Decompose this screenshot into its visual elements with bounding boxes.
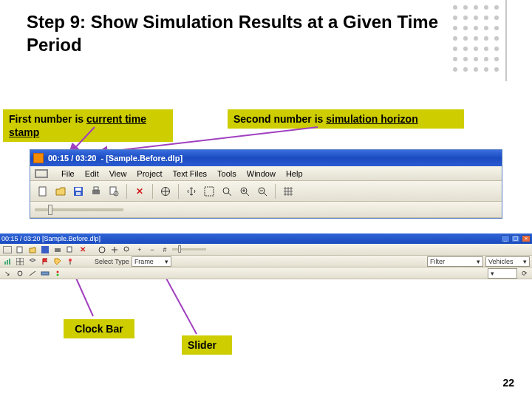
vehicles-dropdown[interactable]: Vehicles▾ — [485, 256, 530, 267]
callout-text: First number is — [9, 113, 86, 125]
svg-point-12 — [474, 26, 478, 30]
svg-point-9 — [494, 16, 499, 20]
preview-icon[interactable] — [65, 245, 75, 255]
save-icon[interactable] — [70, 183, 86, 200]
svg-point-25 — [453, 57, 457, 61]
pan-icon[interactable] — [183, 183, 200, 200]
pan-icon[interactable] — [109, 245, 120, 255]
slider-bar — [30, 202, 502, 218]
svg-point-21 — [463, 47, 468, 51]
svg-point-5 — [453, 16, 457, 20]
print-icon[interactable] — [88, 183, 104, 200]
svg-point-32 — [474, 67, 478, 72]
refresh-icon[interactable]: ⟳ — [519, 268, 530, 279]
mini-row-2: Select Type Frame▾ Filter▾ Vehicles▾ — [0, 256, 532, 267]
svg-rect-42 — [76, 192, 81, 195]
svg-rect-41 — [75, 188, 81, 191]
zoom-area-icon[interactable] — [201, 183, 217, 200]
layers-icon[interactable] — [27, 256, 38, 267]
menu-project[interactable]: Project — [137, 169, 162, 178]
filter-label: Filter — [430, 258, 445, 265]
preview-icon[interactable] — [106, 183, 122, 200]
car-icon[interactable] — [40, 268, 50, 279]
flag-icon[interactable] — [40, 256, 50, 267]
filter-dropdown[interactable]: Filter▾ — [427, 256, 483, 267]
svg-point-0 — [453, 5, 457, 10]
separator — [126, 184, 127, 199]
globe-icon[interactable] — [97, 245, 107, 255]
page-number: 22 — [502, 377, 514, 389]
globe-icon[interactable] — [157, 183, 174, 200]
svg-point-8 — [484, 16, 488, 20]
menu-edit[interactable]: Edit — [85, 169, 99, 178]
callout-slider: Slider — [182, 335, 232, 355]
open-icon[interactable] — [27, 245, 38, 255]
svg-point-22 — [474, 47, 478, 51]
menu-file[interactable]: File — [61, 169, 75, 178]
grid-icon[interactable] — [280, 183, 296, 200]
chart-icon[interactable] — [2, 256, 13, 267]
svg-rect-62 — [67, 247, 72, 252]
delete-icon[interactable]: ✕ — [78, 245, 88, 255]
signal-icon[interactable] — [52, 268, 63, 279]
mini-title-bar: 00:15 / 03:20 [Sample.Before.dlp] _ ▢ × — [0, 233, 532, 244]
svg-rect-61 — [55, 248, 61, 252]
zoom-out-icon[interactable]: − — [147, 245, 157, 255]
pin-icon[interactable] — [65, 256, 75, 267]
menu-help[interactable]: Help — [286, 169, 303, 178]
close-button[interactable]: × — [522, 235, 531, 242]
table-icon[interactable] — [15, 256, 25, 267]
mini-dropdown[interactable]: ▾ — [488, 268, 517, 279]
menu-view[interactable]: View — [109, 169, 127, 178]
callout-text: Second number is — [233, 113, 326, 125]
node-icon[interactable] — [15, 268, 25, 279]
new-icon[interactable] — [15, 245, 25, 255]
app-icon — [33, 153, 44, 163]
callout-clock-bar: Clock Bar — [64, 319, 134, 338]
svg-point-7 — [474, 16, 478, 20]
menu-tools[interactable]: Tools — [217, 169, 236, 178]
zoom-in-icon[interactable] — [236, 183, 253, 200]
svg-rect-43 — [92, 190, 100, 194]
zoom-icon[interactable] — [219, 183, 235, 200]
svg-point-10 — [453, 26, 457, 30]
menu-bar: File Edit View Project Text Files Tools … — [30, 166, 502, 181]
tag-icon[interactable] — [52, 256, 63, 267]
title-document: - [Sample.Before.dlp] — [100, 154, 183, 163]
svg-point-71 — [69, 259, 72, 262]
zoom-icon[interactable] — [122, 245, 132, 255]
time-slider[interactable] — [35, 208, 123, 211]
save-icon[interactable] — [40, 245, 50, 255]
minimize-button[interactable]: _ — [501, 235, 510, 242]
mini-slider[interactable] — [172, 248, 206, 250]
link-icon[interactable] — [27, 268, 38, 279]
callout-simulation-horizon: Second number is simulation horizon — [228, 109, 464, 129]
menu-text-files[interactable]: Text Files — [173, 169, 207, 178]
open-icon[interactable] — [52, 183, 69, 200]
zoom-in-icon[interactable]: + — [134, 245, 145, 255]
delete-icon[interactable]: ✕ — [132, 183, 148, 200]
zoom-out-icon[interactable] — [254, 183, 270, 200]
svg-point-73 — [18, 271, 22, 276]
callout-text-underline: stamp — [9, 126, 39, 138]
slider-thumb[interactable] — [48, 205, 52, 215]
arrow-icon[interactable]: ↘ — [2, 268, 13, 279]
slide-title: Step 9: Show Simulation Results at a Giv… — [27, 10, 440, 56]
chevron-down-icon: ▾ — [165, 258, 168, 265]
new-icon[interactable] — [35, 183, 51, 200]
slider-thumb[interactable] — [178, 245, 181, 253]
svg-point-23 — [484, 47, 488, 51]
rect-icon — [35, 169, 48, 178]
svg-point-1 — [463, 5, 468, 10]
maximize-button[interactable]: ▢ — [511, 235, 520, 242]
title-bar: 00:15 / 03:20 - [Sample.Before.dlp] — [30, 150, 502, 166]
menu-window[interactable]: Window — [247, 169, 276, 178]
svg-point-26 — [463, 57, 468, 61]
print-icon[interactable] — [52, 245, 63, 255]
callout-text-underline: simulation horizon — [326, 113, 417, 125]
svg-rect-59 — [17, 247, 22, 253]
svg-point-30 — [453, 67, 457, 72]
grid-icon[interactable]: # — [160, 245, 170, 255]
select-type-dropdown[interactable]: Frame▾ — [132, 256, 171, 267]
svg-point-33 — [484, 67, 488, 72]
